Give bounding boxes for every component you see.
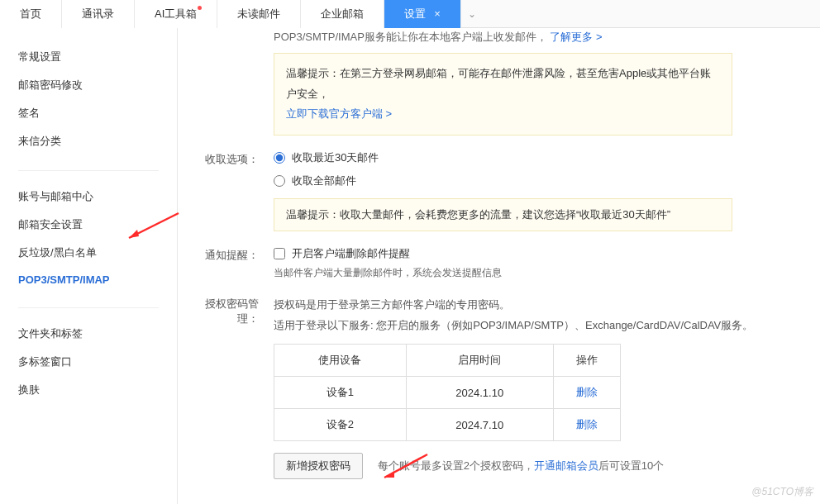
radio-recent-30-label: 收取最近30天邮件 xyxy=(292,150,379,165)
sidebar-item-account[interactable]: 账号与邮箱中心 xyxy=(0,183,177,211)
th-device: 使用设备 xyxy=(274,345,407,377)
th-op: 操作 xyxy=(553,345,621,377)
sidebar-item-general[interactable]: 常规设置 xyxy=(0,43,177,71)
receive-tip-box: 温馨提示：收取大量邮件，会耗费您更多的流量，建议您选择“收取最近30天邮件” xyxy=(274,198,732,231)
tip-text: 收取大量邮件，会耗费您更多的流量，建议您选择“收取最近30天邮件” xyxy=(340,208,670,221)
notify-label: 通知提醒： xyxy=(193,246,274,280)
sidebar-separator xyxy=(18,170,159,171)
learn-more-link[interactable]: 了解更多 > xyxy=(550,31,602,43)
cell-time: 2024.1.10 xyxy=(406,377,553,409)
red-dot-icon xyxy=(198,6,202,10)
table-header: 使用设备 启用时间 操作 xyxy=(274,345,621,377)
tab-unread[interactable]: 未读邮件 xyxy=(217,0,301,28)
table-row: 设备1 2024.1.10 删除 xyxy=(274,377,621,409)
cell-device: 设备1 xyxy=(274,377,407,409)
tab-label: AI工具箱 xyxy=(155,7,197,20)
cell-device: 设备2 xyxy=(274,409,407,441)
delete-link[interactable]: 删除 xyxy=(576,386,598,398)
auth-label: 授权密码管理： xyxy=(193,295,274,479)
tab-enterprise[interactable]: 企业邮箱 xyxy=(301,0,384,28)
after2: 后可设置10个 xyxy=(598,459,664,472)
top-cut-text: POP3/SMTP/IMAP服务能让你在本地客户端上收发邮件， 了解更多 > xyxy=(193,28,805,48)
notify-subtext: 当邮件客户端大量删除邮件时，系统会发送提醒信息 xyxy=(274,266,805,280)
th-time: 启用时间 xyxy=(406,345,553,377)
auth-desc: 授权码是用于登录第三方邮件客户端的专用密码。 适用于登录以下服务: 您开启的服务… xyxy=(274,295,805,335)
sidebar-item-spam[interactable]: 反垃圾/黑白名单 xyxy=(0,239,177,267)
sidebar-item-pop3[interactable]: POP3/SMTP/IMAP xyxy=(0,267,177,292)
table-row: 设备2 2024.7.10 删除 xyxy=(274,409,621,441)
sidebar-item-folders[interactable]: 文件夹和标签 xyxy=(0,320,177,348)
warning-text: 在第三方登录网易邮箱，可能存在邮件泄露风险，甚至危害Apple或其他平台账户安全… xyxy=(286,67,711,100)
settings-sidebar: 常规设置 邮箱密码修改 签名 来信分类 账号与邮箱中心 邮箱安全设置 反垃圾/黑… xyxy=(0,28,178,504)
tab-dropdown-icon[interactable]: ⌄ xyxy=(461,0,483,27)
after-btn-text: 每个账号最多设置2个授权密码，开通邮箱会员后可设置10个 xyxy=(378,459,665,472)
auth-desc2: 适用于登录以下服务: 您开启的服务（例如POP3/IMAP/SMTP）、Exch… xyxy=(274,319,753,331)
receive-label: 收取选项： xyxy=(193,150,274,231)
tab-ai-toolbox[interactable]: AI工具箱 xyxy=(135,0,217,28)
cell-time: 2024.7.10 xyxy=(406,409,553,441)
sidebar-item-password[interactable]: 邮箱密码修改 xyxy=(0,71,177,99)
radio-all[interactable] xyxy=(274,175,285,187)
tab-label: 设置 xyxy=(404,7,426,20)
upgrade-member-link[interactable]: 开通邮箱会员 xyxy=(534,459,598,472)
warning-prefix: 温馨提示： xyxy=(286,67,340,79)
auth-table: 使用设备 启用时间 操作 设备1 2024.1.10 删除 设备2 2024.7… xyxy=(274,344,621,441)
tab-home[interactable]: 首页 xyxy=(0,0,62,28)
sidebar-separator xyxy=(18,307,159,308)
add-auth-button[interactable]: 新增授权密码 xyxy=(274,453,363,479)
checkbox-delete-notify-label: 开启客户端删除邮件提醒 xyxy=(292,246,410,261)
close-icon[interactable]: × xyxy=(434,7,441,20)
checkbox-delete-notify[interactable] xyxy=(274,248,285,259)
delete-link[interactable]: 删除 xyxy=(576,418,598,430)
auth-desc1: 授权码是用于登录第三方邮件客户端的专用密码。 xyxy=(274,298,510,311)
radio-all-label: 收取全部邮件 xyxy=(292,174,356,188)
sidebar-item-security[interactable]: 邮箱安全设置 xyxy=(0,211,177,239)
radio-recent-30[interactable] xyxy=(274,152,285,164)
sidebar-item-skin[interactable]: 换肤 xyxy=(0,376,177,404)
warning-box: 温馨提示：在第三方登录网易邮箱，可能存在邮件泄露风险，甚至危害Apple或其他平… xyxy=(274,53,732,136)
tip-prefix: 温馨提示： xyxy=(286,208,340,221)
sidebar-item-filter[interactable]: 来信分类 xyxy=(0,127,177,155)
top-tabs: 首页 通讯录 AI工具箱 未读邮件 企业邮箱 设置× ⌄ xyxy=(0,0,820,28)
download-client-link[interactable]: 立即下载官方客户端 > xyxy=(286,107,392,120)
sidebar-item-multitab[interactable]: 多标签窗口 xyxy=(0,348,177,376)
after1: 每个账号最多设置2个授权密码， xyxy=(378,459,534,472)
cut-text: POP3/SMTP/IMAP服务能让你在本地客户端上收发邮件， xyxy=(274,31,547,43)
tab-settings[interactable]: 设置× xyxy=(384,0,461,28)
main-content: POP3/SMTP/IMAP服务能让你在本地客户端上收发邮件， 了解更多 > 温… xyxy=(178,28,820,504)
tab-contacts[interactable]: 通讯录 xyxy=(62,0,135,28)
sidebar-item-signature[interactable]: 签名 xyxy=(0,99,177,127)
